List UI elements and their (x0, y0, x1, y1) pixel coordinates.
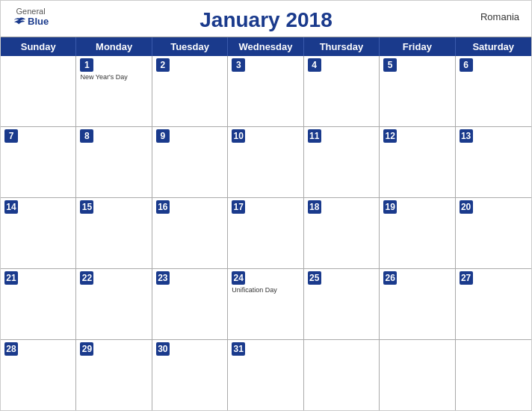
day-number: 13 (460, 129, 473, 143)
calendar-container: General Blue January 2018 Romania Sunday… (0, 0, 532, 411)
day-headers-row: Sunday Monday Tuesday Wednesday Thursday… (1, 37, 531, 56)
day-number: 30 (156, 342, 170, 356)
day-cell: 18 (304, 198, 380, 268)
header-thursday: Thursday (304, 37, 380, 56)
day-cell: 20 (456, 198, 531, 268)
day-number: 5 (383, 58, 397, 72)
day-number: 10 (232, 129, 245, 143)
day-cell: 28 (1, 340, 76, 410)
day-cell: 14 (1, 198, 76, 268)
day-cell: 29 (76, 340, 152, 410)
day-number: 21 (4, 271, 18, 285)
header-wednesday: Wednesday (228, 37, 303, 56)
header-monday: Monday (76, 37, 152, 56)
day-cell (1, 56, 76, 126)
day-cell: 12 (380, 127, 455, 197)
day-number: 3 (232, 58, 245, 72)
day-cell: 27 (456, 269, 531, 339)
week-row-4: 21222324Unification Day252627 (1, 269, 531, 340)
day-cell: 30 (152, 340, 228, 410)
week-row-3: 14151617181920 (1, 198, 531, 269)
day-number: 19 (383, 200, 397, 214)
day-number: 29 (80, 342, 93, 356)
day-number: 27 (460, 271, 473, 285)
day-number-empty (460, 342, 473, 356)
week-row-5: 28293031 (1, 340, 531, 410)
logo-bird-icon (13, 16, 26, 27)
day-number: 20 (460, 200, 473, 214)
header-saturday: Saturday (456, 37, 531, 56)
day-number-empty (383, 342, 397, 356)
day-cell: 22 (76, 269, 152, 339)
day-cell: 13 (456, 127, 531, 197)
day-number: 11 (308, 129, 321, 143)
day-cell: 7 (1, 127, 76, 197)
header-tuesday: Tuesday (152, 37, 228, 56)
day-cell: 16 (152, 198, 228, 268)
day-number: 24 (232, 271, 245, 285)
day-cell: 11 (304, 127, 380, 197)
day-number: 8 (80, 129, 93, 143)
day-cell: 21 (1, 269, 76, 339)
day-cell: 10 (228, 127, 303, 197)
week-row-2: 78910111213 (1, 127, 531, 198)
day-number: 25 (308, 271, 321, 285)
calendar-header: General Blue January 2018 Romania (1, 1, 531, 37)
day-cell: 24Unification Day (228, 269, 303, 339)
day-cell: 25 (304, 269, 380, 339)
day-cell: 2 (152, 56, 228, 126)
day-number: 14 (4, 200, 18, 214)
day-cell: 19 (380, 198, 455, 268)
day-cell: 1New Year's Day (76, 56, 152, 126)
logo-blue: Blue (13, 16, 49, 27)
day-number: 16 (156, 200, 170, 214)
week-row-1: 1New Year's Day23456 (1, 56, 531, 127)
day-cell (304, 340, 380, 410)
header-sunday: Sunday (1, 37, 76, 56)
logo-general: General (16, 7, 46, 16)
day-cell: 6 (456, 56, 531, 126)
calendar-grid: Sunday Monday Tuesday Wednesday Thursday… (1, 37, 531, 410)
day-cell (456, 340, 531, 410)
day-number: 1 (80, 58, 93, 72)
day-cell (380, 340, 455, 410)
month-title: January 2018 (200, 8, 332, 32)
day-cell: 3 (228, 56, 303, 126)
day-cell: 15 (76, 198, 152, 268)
day-number: 4 (308, 58, 321, 72)
day-cell: 4 (304, 56, 380, 126)
day-cell: 23 (152, 269, 228, 339)
day-cell: 5 (380, 56, 455, 126)
country-label: Romania (480, 11, 519, 22)
weeks-container: 1New Year's Day2345678910111213141516171… (1, 56, 531, 410)
day-number: 9 (156, 129, 170, 143)
day-number: 7 (4, 129, 18, 143)
day-number: 31 (232, 342, 245, 356)
day-cell: 17 (228, 198, 303, 268)
day-number: 6 (460, 58, 473, 72)
day-number-empty (4, 58, 18, 72)
holiday-label: New Year's Day (80, 73, 147, 81)
day-number: 12 (383, 129, 397, 143)
day-number: 2 (156, 58, 170, 72)
header-friday: Friday (380, 37, 455, 56)
day-number: 26 (383, 271, 397, 285)
logo-area: General Blue (13, 7, 49, 27)
day-cell: 8 (76, 127, 152, 197)
day-cell: 26 (380, 269, 455, 339)
day-cell: 9 (152, 127, 228, 197)
day-number: 15 (80, 200, 93, 214)
day-number: 28 (4, 342, 18, 356)
day-cell: 31 (228, 340, 303, 410)
day-number: 23 (156, 271, 170, 285)
holiday-label: Unification Day (232, 286, 299, 294)
day-number: 22 (80, 271, 93, 285)
day-number: 18 (308, 200, 321, 214)
day-number-empty (308, 342, 321, 356)
day-number: 17 (232, 200, 245, 214)
